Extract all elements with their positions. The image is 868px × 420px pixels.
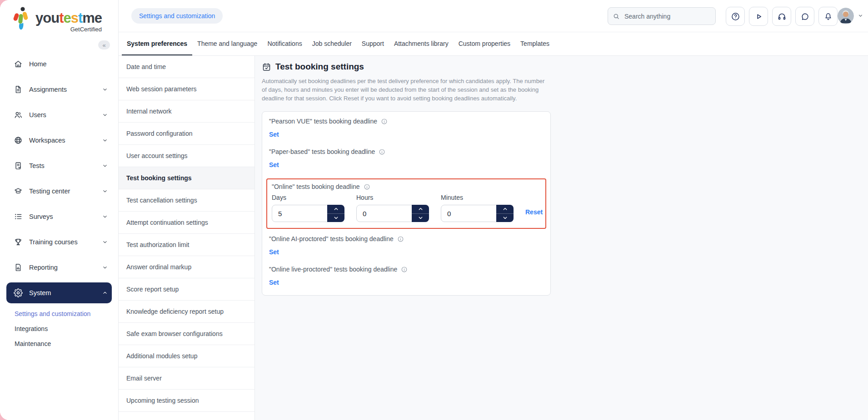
tab-job-scheduler[interactable]: Job scheduler bbox=[307, 32, 357, 55]
sidebar-item-label: Reporting bbox=[29, 264, 58, 271]
menu-item-date-and-time[interactable]: Date and time bbox=[119, 56, 254, 78]
info-icon[interactable] bbox=[379, 148, 385, 155]
brand-wordmark: youtestme bbox=[35, 11, 102, 25]
menu-item-additional-modules-setup[interactable]: Additional modules setup bbox=[119, 345, 254, 367]
set-link[interactable]: Set bbox=[269, 248, 279, 256]
calendar-icon bbox=[262, 62, 271, 72]
sidebar-item-home[interactable]: Home bbox=[6, 54, 112, 74]
menu-item-password-configuration[interactable]: Password configuration bbox=[119, 123, 254, 145]
chevron-up-icon bbox=[502, 206, 508, 212]
bell-icon bbox=[823, 12, 833, 21]
sidebar-item-testing-center[interactable]: Testing center bbox=[6, 181, 112, 202]
chevron-up-icon bbox=[102, 290, 108, 296]
reporting-icon bbox=[14, 263, 23, 272]
breadcrumb-badge[interactable]: Settings and customization bbox=[131, 8, 223, 24]
sidebar-item-users[interactable]: Users bbox=[6, 104, 112, 125]
days-increment-button[interactable] bbox=[327, 205, 344, 213]
menu-item-label: Password configuration bbox=[126, 130, 193, 137]
submenu-item-settings-and-customization[interactable]: Settings and customization bbox=[0, 306, 118, 321]
tab-label: Support bbox=[362, 40, 384, 47]
hours-increment-button[interactable] bbox=[412, 205, 429, 213]
chevron-down-icon bbox=[502, 215, 508, 221]
submenu-item-integrations[interactable]: Integrations bbox=[0, 321, 118, 336]
days-input[interactable] bbox=[272, 205, 330, 222]
menu-item-upcoming-testing-session[interactable]: Upcoming testing session bbox=[119, 390, 254, 412]
days-decrement-button[interactable] bbox=[327, 213, 344, 222]
minutes-decrement-button[interactable] bbox=[496, 213, 514, 222]
tab-custom-properties[interactable]: Custom properties bbox=[454, 32, 515, 55]
chat-button[interactable] bbox=[795, 7, 814, 26]
days-field-group: Days bbox=[272, 194, 344, 222]
menu-item-answer-ordinal-markup[interactable]: Answer ordinal markup bbox=[119, 256, 254, 278]
tab-theme-and-language[interactable]: Theme and language bbox=[192, 32, 262, 55]
support-button[interactable] bbox=[772, 7, 791, 26]
set-link[interactable]: Set bbox=[269, 131, 279, 138]
tab-system-preferences[interactable]: System preferences bbox=[122, 32, 192, 55]
testing-center-icon bbox=[14, 187, 23, 196]
set-link[interactable]: Set bbox=[269, 279, 279, 286]
tab-templates[interactable]: Templates bbox=[515, 32, 554, 55]
tutorial-play-button[interactable] bbox=[749, 7, 768, 26]
info-icon[interactable] bbox=[364, 183, 370, 190]
menu-item-attempt-continuation-settings[interactable]: Attempt continuation settings bbox=[119, 212, 254, 234]
menu-item-test-booking-settings[interactable]: Test booking settings bbox=[119, 167, 254, 189]
minutes-input[interactable] bbox=[441, 205, 499, 222]
sidebar-collapse-button[interactable]: « bbox=[98, 40, 110, 49]
tab-label: Theme and language bbox=[197, 40, 257, 47]
sidebar: youtestme GetCertified « Home Assignment… bbox=[0, 0, 119, 420]
tab-notifications[interactable]: Notifications bbox=[262, 32, 307, 55]
profile-menu-chevron-icon[interactable] bbox=[858, 13, 863, 19]
menu-item-knowledge-deficiency-report-setup[interactable]: Knowledge deficiency report setup bbox=[119, 301, 254, 323]
minutes-label: Minutes bbox=[441, 194, 514, 201]
deadline-label: "Pearson VUE" tests booking deadline bbox=[269, 118, 377, 125]
minutes-increment-button[interactable] bbox=[496, 205, 514, 213]
search-box bbox=[608, 7, 716, 25]
menu-item-score-report-setup[interactable]: Score report setup bbox=[119, 278, 254, 301]
menu-item-internal-network[interactable]: Internal network bbox=[119, 100, 254, 123]
tab-support[interactable]: Support bbox=[357, 32, 389, 55]
sidebar-item-workspaces[interactable]: Workspaces bbox=[6, 130, 112, 151]
submenu-item-maintenance[interactable]: Maintenance bbox=[0, 336, 118, 351]
sidebar-item-assignments[interactable]: Assignments bbox=[6, 79, 112, 100]
sidebar-item-training-courses[interactable]: Training courses bbox=[6, 232, 112, 252]
deadline-row-paper-based: "Paper-based" tests booking deadline Set bbox=[269, 148, 544, 178]
sidebar-item-tests[interactable]: Tests bbox=[6, 155, 112, 176]
menu-item-email-server[interactable]: Email server bbox=[119, 367, 254, 390]
deadline-row-online-live-proctored: "Online live-proctored" tests booking de… bbox=[269, 266, 544, 289]
menu-item-test-cancellation-settings[interactable]: Test cancellation settings bbox=[119, 189, 254, 212]
settings-tabs: System preferences Theme and language No… bbox=[119, 32, 868, 56]
set-link[interactable]: Set bbox=[269, 161, 279, 168]
info-icon[interactable] bbox=[381, 118, 388, 125]
assignments-icon bbox=[14, 85, 23, 94]
user-avatar[interactable] bbox=[838, 8, 854, 24]
search-input[interactable] bbox=[624, 12, 698, 20]
sidebar-item-system[interactable]: System bbox=[6, 282, 112, 303]
chat-icon bbox=[800, 12, 810, 21]
menu-item-label: Test booking settings bbox=[126, 174, 192, 182]
menu-item-test-authorization-limit[interactable]: Test authorization limit bbox=[119, 234, 254, 256]
breadcrumb-label: Settings and customization bbox=[139, 12, 215, 20]
sidebar-item-reporting[interactable]: Reporting bbox=[6, 257, 112, 278]
menu-item-label: Score report setup bbox=[126, 286, 179, 293]
hours-input[interactable] bbox=[357, 205, 414, 222]
preferences-menu: Date and time Web session parameters Int… bbox=[119, 56, 255, 420]
tab-attachments-library[interactable]: Attachments library bbox=[389, 32, 454, 55]
reset-link[interactable]: Reset bbox=[525, 208, 543, 216]
info-icon[interactable] bbox=[401, 266, 408, 273]
sidebar-item-surveys[interactable]: Surveys bbox=[6, 206, 112, 227]
notifications-button[interactable] bbox=[818, 7, 838, 26]
info-icon[interactable] bbox=[397, 236, 404, 242]
submenu-item-label: Settings and customization bbox=[15, 310, 90, 317]
days-label: Days bbox=[272, 194, 344, 201]
header-actions bbox=[726, 7, 838, 26]
menu-item-label: Upcoming testing session bbox=[126, 397, 199, 404]
menu-item-enable-test-update[interactable]: Enable test update bbox=[119, 412, 254, 420]
help-button[interactable] bbox=[726, 7, 745, 26]
menu-item-safe-exam-browser-configurations[interactable]: Safe exam browser configurations bbox=[119, 323, 254, 345]
hours-decrement-button[interactable] bbox=[412, 213, 429, 222]
menu-item-web-session-parameters[interactable]: Web session parameters bbox=[119, 78, 254, 100]
help-icon bbox=[731, 12, 740, 21]
days-spinner bbox=[327, 205, 344, 222]
chevron-down-icon bbox=[418, 215, 424, 221]
menu-item-user-account-settings[interactable]: User account settings bbox=[119, 145, 254, 167]
